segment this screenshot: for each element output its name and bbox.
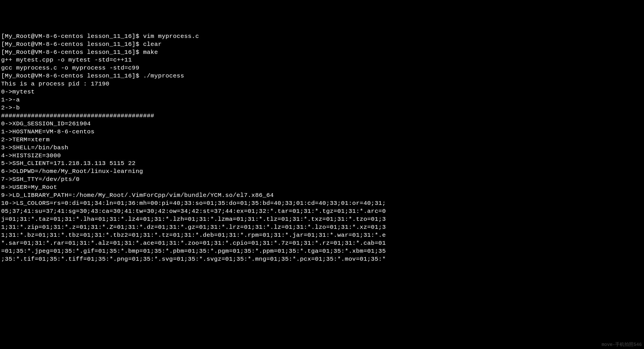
terminal-line: 3->SHELL=/bin/bash (1, 144, 643, 152)
terminal-line: 2->TERM=xterm (1, 136, 643, 144)
terminal-line: 0->mytest (1, 88, 643, 96)
terminal-line: 05;37;41:su=37;41:sg=30;43:ca=30;41:tw=3… (1, 207, 643, 215)
terminal-line: j=01;31:*.taz=01;31:*.lha=01;31:*.lz4=01… (1, 215, 643, 223)
terminal-line: *.sar=01;31:*.rar=01;31:*.alz=01;31:*.ac… (1, 239, 643, 247)
terminal-line: [My_Root@VM-8-6-centos lesson_11_16]$ vi… (1, 32, 643, 40)
terminal-line: 8->USER=My_Root (1, 183, 643, 191)
terminal-line: ;35:*.tif=01;35:*.tiff=01;35:*.png=01;35… (1, 255, 643, 263)
terminal-line: 1;31:*.bz=01;31:*.tbz=01;31:*.tbz2=01;31… (1, 231, 643, 239)
terminal-line: 9->LD_LIBRARY_PATH=:/home/My_Root/.VimFo… (1, 191, 643, 199)
terminal-line: This is a process pid : 17190 (1, 80, 643, 88)
terminal-line: 10->LS_COLORS=rs=0:di=01;34:ln=01;36:mh=… (1, 199, 643, 207)
terminal-line: 0->XDG_SESSION_ID=261904 (1, 120, 643, 128)
terminal-line: 1;31:*.zip=01;31:*.z=01;31:*.Z=01;31:*.d… (1, 223, 643, 231)
terminal-line: [My_Root@VM-8-6-centos lesson_11_16]$ ./… (1, 72, 643, 80)
terminal-line: gcc myprocess.c -o myprocess -std=c99 (1, 64, 643, 72)
terminal-line: 5->SSH_CLIENT=171.218.13.113 5115 22 (1, 160, 643, 168)
terminal-line: 7->SSH_TTY=/dev/pts/0 (1, 175, 643, 183)
terminal-line: g++ mytest.cpp -o mytest -std=c++11 (1, 56, 643, 64)
terminal-line: ########################################… (1, 112, 643, 120)
terminal-line: 2->-b (1, 104, 643, 112)
terminal-line: [My_Root@VM-8-6-centos lesson_11_16]$ ma… (1, 48, 643, 56)
terminal-line: 1->HOSTNAME=VM-8-6-centos (1, 128, 643, 136)
terminal-line: 4->HISTSIZE=3000 (1, 152, 643, 160)
terminal-line: 1->-a (1, 96, 643, 104)
terminal-output[interactable]: [My_Root@VM-8-6-centos lesson_11_16]$ vi… (1, 32, 643, 263)
terminal-line: [My_Root@VM-8-6-centos lesson_11_16]$ cl… (1, 40, 643, 48)
terminal-line: 6->OLDPWD=/home/My_Root/linux-learning (1, 168, 643, 175)
terminal-line: =01;35:*.jpeg=01;35:*.gif=01;35:*.bmp=01… (1, 247, 643, 255)
